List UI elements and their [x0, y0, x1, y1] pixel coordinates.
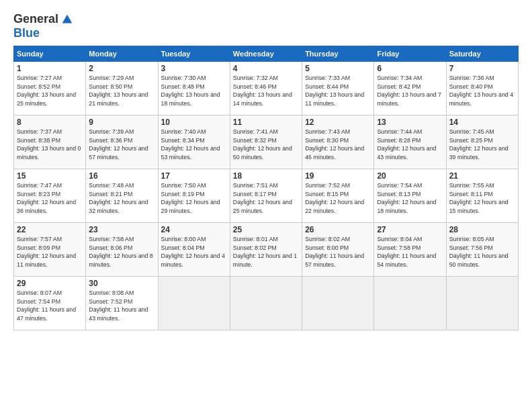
- calendar-cell: [230, 276, 302, 330]
- day-number: 16: [89, 171, 154, 181]
- day-number: 3: [161, 64, 227, 73]
- logo-icon: [60, 12, 75, 27]
- day-detail: Sunrise: 7:44 AMSunset: 8:28 PMDaylight:…: [377, 128, 443, 162]
- calendar-cell: [374, 276, 446, 330]
- calendar-week-3: 15Sunrise: 7:47 AMSunset: 8:23 PMDayligh…: [14, 169, 519, 222]
- day-number: 27: [377, 225, 443, 234]
- calendar-cell: 30Sunrise: 8:08 AMSunset: 7:52 PMDayligh…: [86, 276, 158, 330]
- col-header-friday: Friday: [374, 46, 446, 61]
- day-detail: Sunrise: 7:52 AMSunset: 8:15 PMDaylight:…: [305, 181, 371, 216]
- calendar-cell: 22Sunrise: 7:57 AMSunset: 8:09 PMDayligh…: [14, 222, 86, 276]
- calendar-week-1: 1Sunrise: 7:27 AMSunset: 8:52 PMDaylight…: [14, 61, 519, 115]
- calendar-cell: 5Sunrise: 7:33 AMSunset: 8:44 PMDaylight…: [302, 61, 374, 115]
- day-detail: Sunrise: 8:00 AMSunset: 8:04 PMDaylight:…: [161, 235, 227, 269]
- calendar-cell: 24Sunrise: 8:00 AMSunset: 8:04 PMDayligh…: [158, 222, 230, 276]
- calendar-cell: 7Sunrise: 7:36 AMSunset: 8:40 PMDaylight…: [446, 61, 518, 115]
- day-detail: Sunrise: 7:50 AMSunset: 8:19 PMDaylight:…: [161, 181, 227, 216]
- calendar-cell: [158, 276, 230, 330]
- calendar-cell: 16Sunrise: 7:48 AMSunset: 8:21 PMDayligh…: [86, 169, 158, 222]
- day-detail: Sunrise: 7:29 AMSunset: 8:50 PMDaylight:…: [89, 74, 154, 108]
- calendar-cell: 29Sunrise: 8:07 AMSunset: 7:54 PMDayligh…: [14, 276, 86, 330]
- day-number: 22: [17, 225, 83, 234]
- day-number: 30: [89, 279, 154, 288]
- day-detail: Sunrise: 7:37 AMSunset: 8:38 PMDaylight:…: [17, 128, 83, 162]
- day-detail: Sunrise: 8:08 AMSunset: 7:52 PMDaylight:…: [89, 289, 154, 323]
- logo: General Blue: [13, 12, 75, 40]
- day-number: 5: [305, 64, 371, 73]
- svg-marker-0: [62, 15, 73, 24]
- col-header-monday: Monday: [86, 46, 158, 61]
- day-detail: Sunrise: 7:40 AMSunset: 8:34 PMDaylight:…: [161, 128, 227, 162]
- day-detail: Sunrise: 7:36 AMSunset: 8:40 PMDaylight:…: [449, 74, 515, 108]
- header: General Blue: [13, 12, 519, 40]
- col-header-saturday: Saturday: [446, 46, 518, 61]
- day-number: 14: [449, 118, 515, 127]
- day-number: 10: [161, 118, 227, 127]
- day-detail: Sunrise: 7:48 AMSunset: 8:21 PMDaylight:…: [89, 181, 154, 216]
- day-number: 23: [89, 225, 154, 234]
- day-detail: Sunrise: 7:32 AMSunset: 8:46 PMDaylight:…: [233, 74, 299, 108]
- col-header-sunday: Sunday: [14, 46, 86, 61]
- day-detail: Sunrise: 7:45 AMSunset: 8:25 PMDaylight:…: [449, 128, 515, 162]
- day-number: 1: [17, 64, 83, 73]
- calendar-cell: 14Sunrise: 7:45 AMSunset: 8:25 PMDayligh…: [446, 115, 518, 169]
- day-number: 8: [17, 118, 83, 127]
- calendar-cell: 26Sunrise: 8:02 AMSunset: 8:00 PMDayligh…: [302, 222, 374, 276]
- day-number: 20: [377, 171, 443, 181]
- day-detail: Sunrise: 7:58 AMSunset: 8:06 PMDaylight:…: [89, 235, 154, 269]
- day-number: 9: [89, 118, 154, 127]
- day-number: 12: [305, 118, 371, 127]
- calendar-cell: 2Sunrise: 7:29 AMSunset: 8:50 PMDaylight…: [86, 61, 158, 115]
- calendar-cell: 20Sunrise: 7:54 AMSunset: 8:13 PMDayligh…: [374, 169, 446, 222]
- calendar-cell: 8Sunrise: 7:37 AMSunset: 8:38 PMDaylight…: [14, 115, 86, 169]
- calendar-cell: 6Sunrise: 7:34 AMSunset: 8:42 PMDaylight…: [374, 61, 446, 115]
- calendar-cell: 11Sunrise: 7:41 AMSunset: 8:32 PMDayligh…: [230, 115, 302, 169]
- day-number: 24: [161, 225, 227, 234]
- col-header-thursday: Thursday: [302, 46, 374, 61]
- day-number: 4: [233, 64, 299, 73]
- day-detail: Sunrise: 7:57 AMSunset: 8:09 PMDaylight:…: [17, 235, 83, 269]
- day-detail: Sunrise: 7:27 AMSunset: 8:52 PMDaylight:…: [17, 74, 83, 108]
- day-number: 29: [17, 279, 83, 288]
- calendar-cell: 15Sunrise: 7:47 AMSunset: 8:23 PMDayligh…: [14, 169, 86, 222]
- calendar-cell: 19Sunrise: 7:52 AMSunset: 8:15 PMDayligh…: [302, 169, 374, 222]
- calendar-week-5: 29Sunrise: 8:07 AMSunset: 7:54 PMDayligh…: [14, 276, 519, 330]
- day-number: 7: [449, 64, 515, 73]
- day-number: 11: [233, 118, 299, 127]
- calendar-cell: 10Sunrise: 7:40 AMSunset: 8:34 PMDayligh…: [158, 115, 230, 169]
- day-number: 26: [305, 225, 371, 234]
- col-header-tuesday: Tuesday: [158, 46, 230, 61]
- day-detail: Sunrise: 7:30 AMSunset: 8:48 PMDaylight:…: [161, 74, 227, 108]
- logo-text-blue: Blue: [13, 26, 40, 40]
- day-number: 18: [233, 171, 299, 181]
- day-number: 2: [89, 64, 154, 73]
- calendar-cell: 9Sunrise: 7:39 AMSunset: 8:36 PMDaylight…: [86, 115, 158, 169]
- day-number: 13: [377, 118, 443, 127]
- day-detail: Sunrise: 7:41 AMSunset: 8:32 PMDaylight:…: [233, 128, 299, 162]
- calendar-week-4: 22Sunrise: 7:57 AMSunset: 8:09 PMDayligh…: [14, 222, 519, 276]
- day-detail: Sunrise: 7:47 AMSunset: 8:23 PMDaylight:…: [17, 181, 83, 216]
- day-detail: Sunrise: 7:34 AMSunset: 8:42 PMDaylight:…: [377, 74, 443, 108]
- day-number: 17: [161, 171, 227, 181]
- day-detail: Sunrise: 8:05 AMSunset: 7:56 PMDaylight:…: [449, 235, 515, 269]
- calendar-cell: 17Sunrise: 7:50 AMSunset: 8:19 PMDayligh…: [158, 169, 230, 222]
- day-number: 25: [233, 225, 299, 234]
- logo-text-general: General: [13, 13, 58, 26]
- col-header-wednesday: Wednesday: [230, 46, 302, 61]
- day-number: 19: [305, 171, 371, 181]
- day-number: 6: [377, 64, 443, 73]
- calendar-cell: 25Sunrise: 8:01 AMSunset: 8:02 PMDayligh…: [230, 222, 302, 276]
- day-detail: Sunrise: 8:07 AMSunset: 7:54 PMDaylight:…: [17, 289, 83, 323]
- day-detail: Sunrise: 7:51 AMSunset: 8:17 PMDaylight:…: [233, 181, 299, 216]
- day-detail: Sunrise: 7:55 AMSunset: 8:11 PMDaylight:…: [449, 181, 515, 216]
- calendar-cell: 13Sunrise: 7:44 AMSunset: 8:28 PMDayligh…: [374, 115, 446, 169]
- calendar-cell: 23Sunrise: 7:58 AMSunset: 8:06 PMDayligh…: [86, 222, 158, 276]
- day-number: 15: [17, 171, 83, 181]
- calendar-cell: [302, 276, 374, 330]
- calendar-week-2: 8Sunrise: 7:37 AMSunset: 8:38 PMDaylight…: [14, 115, 519, 169]
- calendar-cell: 27Sunrise: 8:04 AMSunset: 7:58 PMDayligh…: [374, 222, 446, 276]
- day-number: 21: [449, 171, 515, 181]
- calendar-cell: 3Sunrise: 7:30 AMSunset: 8:48 PMDaylight…: [158, 61, 230, 115]
- calendar-cell: 1Sunrise: 7:27 AMSunset: 8:52 PMDaylight…: [14, 61, 86, 115]
- day-detail: Sunrise: 8:01 AMSunset: 8:02 PMDaylight:…: [233, 235, 299, 269]
